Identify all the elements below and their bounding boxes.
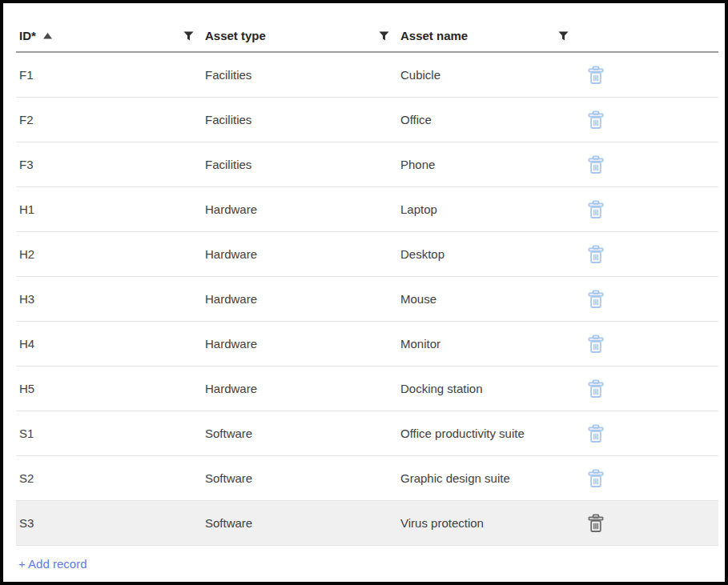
filter-funnel-icon[interactable] xyxy=(558,31,569,41)
cell-asset-type: Software xyxy=(202,427,397,440)
cell-asset-type: Software xyxy=(202,471,397,485)
column-header-asset-name[interactable]: Asset name xyxy=(397,29,577,51)
table-row[interactable]: H2 Hardware Desktop xyxy=(16,232,718,277)
table-row-selected[interactable]: S3 Software Virus protection xyxy=(16,501,718,546)
cell-asset-name: Docking station xyxy=(397,382,577,395)
page-frame: ID* Asset type Asset na xyxy=(0,0,728,585)
table-row[interactable]: H5 Hardware Docking station xyxy=(16,367,718,411)
trash-icon[interactable] xyxy=(587,155,605,174)
cell-id: H3 xyxy=(16,292,202,306)
trash-icon[interactable] xyxy=(587,514,605,533)
column-header-id[interactable]: ID* xyxy=(16,29,202,51)
cell-id: S2 xyxy=(16,471,202,485)
cell-asset-name: Monitor xyxy=(397,337,577,351)
cell-asset-type: Facilities xyxy=(202,113,397,126)
table-row[interactable]: H3 Hardware Mouse xyxy=(16,277,718,322)
cell-asset-type: Hardware xyxy=(202,202,397,216)
sort-ascending-icon xyxy=(43,33,52,39)
cell-asset-name: Laptop xyxy=(397,202,577,216)
trash-icon[interactable] xyxy=(587,290,605,309)
filter-funnel-icon[interactable] xyxy=(183,31,194,41)
assets-table: ID* Asset type Asset na xyxy=(16,3,718,582)
cell-id: H1 xyxy=(16,202,202,216)
trash-icon[interactable] xyxy=(587,200,605,219)
cell-id: H2 xyxy=(16,247,202,261)
cell-id: F1 xyxy=(16,68,202,82)
column-header-asset-type[interactable]: Asset type xyxy=(202,29,397,51)
cell-id: S3 xyxy=(16,516,202,530)
trash-icon[interactable] xyxy=(587,245,605,264)
cell-asset-name: Virus protection xyxy=(397,516,577,530)
table-row[interactable]: S2 Software Graphic design suite xyxy=(16,456,718,501)
cell-id: H4 xyxy=(16,337,202,351)
cell-asset-type: Facilities xyxy=(202,158,397,171)
cell-asset-type: Facilities xyxy=(202,68,397,82)
cell-asset-name: Desktop xyxy=(397,247,577,261)
cell-id: F2 xyxy=(16,113,202,126)
column-label-id: ID* xyxy=(19,29,36,42)
filter-funnel-icon[interactable] xyxy=(379,31,389,41)
trash-icon[interactable] xyxy=(587,469,605,488)
cell-asset-name: Office xyxy=(397,113,577,126)
table-row[interactable]: H1 Hardware Laptop xyxy=(16,187,718,232)
trash-icon[interactable] xyxy=(587,424,605,443)
column-label-asset-type: Asset type xyxy=(205,29,266,42)
cell-asset-type: Hardware xyxy=(202,382,397,395)
table-row[interactable]: S1 Software Office productivity suite xyxy=(16,411,718,456)
table-footer: + Add record xyxy=(16,546,718,582)
trash-icon[interactable] xyxy=(587,335,605,354)
table-row[interactable]: F2 Facilities Office xyxy=(16,98,718,142)
cell-asset-name: Cubicle xyxy=(397,68,577,82)
table-row[interactable]: F3 Facilities Phone xyxy=(16,142,718,187)
table-row[interactable]: H4 Hardware Monitor xyxy=(16,322,718,367)
cell-asset-type: Hardware xyxy=(202,247,397,261)
cell-asset-name: Phone xyxy=(397,158,577,171)
trash-icon[interactable] xyxy=(587,379,605,399)
trash-icon[interactable] xyxy=(587,66,605,85)
cell-id: F3 xyxy=(16,158,202,171)
cell-asset-type: Software xyxy=(202,516,397,530)
table-row[interactable]: F1 Facilities Cubicle xyxy=(16,53,718,98)
cell-asset-type: Hardware xyxy=(202,292,397,306)
trash-icon[interactable] xyxy=(587,110,605,130)
cell-asset-name: Office productivity suite xyxy=(397,427,577,440)
column-label-asset-name: Asset name xyxy=(400,29,468,42)
table-header-row: ID* Asset type Asset na xyxy=(16,3,718,53)
cell-id: H5 xyxy=(16,382,202,395)
cell-asset-name: Graphic design suite xyxy=(397,471,577,485)
cell-asset-type: Hardware xyxy=(202,337,397,351)
cell-asset-name: Mouse xyxy=(397,292,577,306)
cell-id: S1 xyxy=(16,427,202,440)
add-record-link[interactable]: + Add record xyxy=(18,557,86,571)
